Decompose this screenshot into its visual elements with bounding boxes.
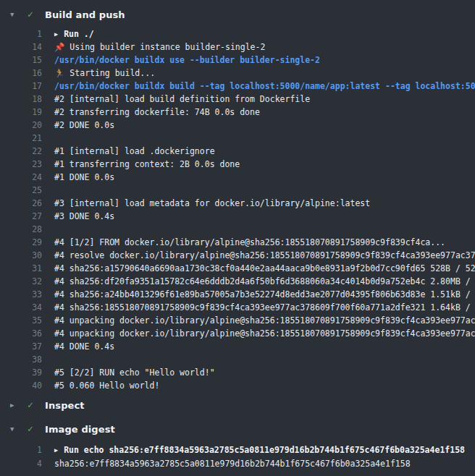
log-line: 24#1 DONE 0.0s: [0, 171, 475, 184]
log-line: 16🏃Starting build...: [0, 67, 475, 80]
log-text: #1 [internal] load .dockerignore: [54, 145, 215, 158]
log-line: 17/usr/bin/docker buildx build --tag loc…: [0, 80, 475, 93]
log-line-content: #4 DONE 0.4s: [42, 340, 114, 353]
log-line: 28: [0, 223, 475, 236]
log-line-content: 🏃Starting build...: [42, 67, 155, 80]
log-line: 18#2 [internal] load build definition fr…: [0, 93, 475, 106]
log-line: 30#4 resolve docker.io/library/alpine@sh…: [0, 249, 475, 262]
log-line: 40#5 0.060 Hello world!: [0, 379, 475, 392]
log-text: #4 unpacking docker.io/library/alpine@sh…: [54, 327, 475, 340]
line-number[interactable]: 37: [0, 340, 42, 353]
line-number[interactable]: 1: [0, 27, 42, 41]
line-number[interactable]: 27: [0, 210, 42, 223]
log-text: Starting build...: [70, 67, 155, 80]
log-text: #4 unpacking docker.io/library/alpine@sh…: [54, 314, 475, 327]
line-number[interactable]: 18: [0, 93, 42, 106]
log-line-content: sha256:e7ff8834a5963a2785c5a0811e979d16b…: [42, 457, 411, 471]
log-line: 19#2 transferring dockerfile: 74B 0.0s d…: [0, 106, 475, 119]
log-line-content: ▶Run echo sha256:e7ff8834a5963a2785c5a08…: [42, 443, 465, 457]
section-title-inspect: Inspect: [45, 400, 85, 411]
log-line-content: #4 resolve docker.io/library/alpine@sha2…: [42, 249, 475, 262]
line-number[interactable]: 1: [0, 443, 42, 457]
log-line-content: #2 [internal] load build definition from…: [42, 93, 310, 106]
line-number[interactable]: 14: [0, 41, 42, 54]
log-line: 23#1 transferring context: 2B 0.0s done: [0, 158, 475, 171]
log-line: 38: [0, 353, 475, 366]
line-number[interactable]: 30: [0, 249, 42, 262]
line-number[interactable]: 39: [0, 366, 42, 379]
line-number[interactable]: 40: [0, 379, 42, 392]
section-header-image-digest[interactable]: ▼✓Image digest: [0, 420, 475, 438]
line-number[interactable]: 17: [0, 80, 42, 93]
log-line: 37#4 DONE 0.4s: [0, 340, 475, 353]
line-number[interactable]: 20: [0, 119, 42, 132]
line-number[interactable]: 4: [0, 457, 42, 471]
log-line-content: #5 [2/2] RUN echo "Hello world!": [42, 366, 215, 379]
log-text: Run ./: [64, 27, 94, 41]
expand-run-icon[interactable]: ▶: [54, 443, 58, 457]
workflow-log-viewer: ▼✓Build and push1▶Run ./14📌Using builder…: [0, 6, 475, 471]
pushpin-icon: 📌: [54, 41, 64, 54]
expand-run-icon[interactable]: ▶: [54, 27, 58, 41]
log-line: 39#5 [2/2] RUN echo "Hello world!": [0, 366, 475, 379]
line-number[interactable]: 16: [0, 67, 42, 80]
line-number[interactable]: 23: [0, 158, 42, 171]
line-number[interactable]: 26: [0, 197, 42, 210]
log-line: 31#4 sha256:a15790640a6690aa1730c38cf0a4…: [0, 262, 475, 275]
section-header-inspect[interactable]: ▶✓Inspect: [0, 396, 475, 414]
log-text: #2 [internal] load build definition from…: [54, 93, 310, 106]
runner-icon: 🏃: [54, 67, 64, 80]
line-number[interactable]: 34: [0, 301, 42, 314]
log-line-content: #4 unpacking docker.io/library/alpine@sh…: [42, 327, 475, 340]
log-line-content: #1 DONE 0.0s: [42, 171, 114, 184]
line-number[interactable]: 28: [0, 223, 42, 236]
line-number[interactable]: 25: [0, 184, 42, 197]
log-line-content: [42, 132, 54, 145]
log-line: 26#3 [internal] load metadata for docker…: [0, 197, 475, 210]
log-line: 1▶Run echo sha256:e7ff8834a5963a2785c5a0…: [0, 443, 475, 457]
log-line: 1▶Run ./: [0, 27, 475, 41]
log-text: #1 DONE 0.0s: [54, 171, 114, 184]
log-text: #3 DONE 0.4s: [54, 210, 114, 223]
log-text: #5 0.060 Hello world!: [54, 379, 159, 392]
log-text: #5 [2/2] RUN echo "Hello world!": [54, 366, 215, 379]
line-number[interactable]: 33: [0, 288, 42, 301]
chevron-right-icon[interactable]: ▶: [10, 396, 19, 414]
log-text: #1 transferring context: 2B 0.0s done: [54, 158, 240, 171]
line-number[interactable]: 36: [0, 327, 42, 340]
log-lines-image-digest: 1▶Run echo sha256:e7ff8834a5963a2785c5a0…: [0, 443, 475, 471]
success-check-icon: ✓: [28, 396, 38, 414]
log-text: Run echo sha256:e7ff8834a5963a2785c5a081…: [64, 443, 465, 457]
line-number[interactable]: 22: [0, 145, 42, 158]
log-line-content: #4 sha256:a24bb4013296f61e89ba57005a7b3e…: [42, 288, 475, 301]
line-number[interactable]: 29: [0, 236, 42, 249]
top-padding: [0, 0, 475, 6]
log-text: /usr/bin/docker buildx use --builder bui…: [54, 54, 320, 67]
line-number[interactable]: 32: [0, 275, 42, 288]
log-text: sha256:e7ff8834a5963a2785c5a0811e979d16b…: [54, 457, 411, 471]
line-number[interactable]: 31: [0, 262, 42, 275]
log-text: #4 sha256:a15790640a6690aa1730c38cf0a440…: [54, 262, 475, 275]
line-number[interactable]: 15: [0, 54, 42, 67]
log-text: /usr/bin/docker buildx build --tag local…: [54, 80, 475, 93]
log-text: #4 resolve docker.io/library/alpine@sha2…: [54, 249, 475, 262]
line-number[interactable]: 19: [0, 106, 42, 119]
log-line: 15/usr/bin/docker buildx use --builder b…: [0, 54, 475, 67]
log-text: #4 sha256:df20fa9351a15782c64e6dddb2d4a6…: [54, 275, 475, 288]
line-number[interactable]: 21: [0, 132, 42, 145]
chevron-down-icon[interactable]: ▼: [10, 420, 19, 438]
line-number[interactable]: 35: [0, 314, 42, 327]
section-header-build-and-push[interactable]: ▼✓Build and push: [0, 6, 475, 23]
log-line-content: /usr/bin/docker buildx build --tag local…: [42, 80, 475, 93]
log-line-content: #5 0.060 Hello world!: [42, 379, 159, 392]
log-line-content: [42, 223, 54, 236]
log-text: #4 sha256:a24bb4013296f61e89ba57005a7b3e…: [54, 288, 475, 301]
log-line-content: #2 transferring dockerfile: 74B 0.0s don…: [42, 106, 260, 119]
log-line: 21: [0, 132, 475, 145]
line-number[interactable]: 38: [0, 353, 42, 366]
log-line-content: #3 [internal] load metadata for docker.i…: [42, 197, 370, 210]
chevron-down-icon[interactable]: ▼: [10, 6, 19, 23]
log-line: 4sha256:e7ff8834a5963a2785c5a0811e979d16…: [0, 457, 475, 471]
line-number[interactable]: 24: [0, 171, 42, 184]
success-check-icon: ✓: [28, 420, 38, 438]
